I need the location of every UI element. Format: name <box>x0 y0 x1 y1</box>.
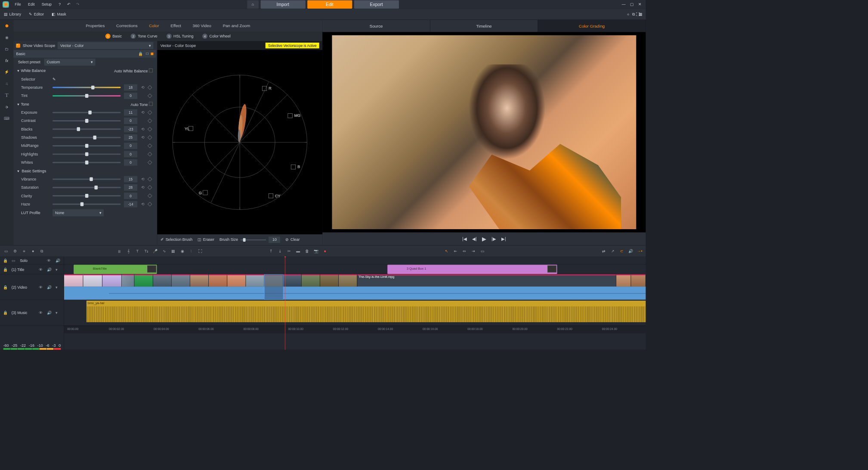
go-start-icon[interactable]: |◀ <box>462 236 467 241</box>
tab-editor[interactable]: ✎Editor <box>29 12 44 16</box>
text-icon[interactable]: T <box>3 92 10 99</box>
subtab-basic[interactable]: 1Basic <box>105 34 122 39</box>
magnet-icon[interactable]: ⊂ <box>619 248 624 254</box>
playhead[interactable] <box>285 256 285 350</box>
swap-icon[interactable]: ⇄ <box>601 248 606 254</box>
pin-icon[interactable]: ⟐ <box>627 12 629 16</box>
whites-value[interactable]: 0 <box>124 159 137 166</box>
link-icon[interactable]: ⌇ <box>188 248 194 254</box>
speaker-icon[interactable]: 🔊 <box>47 285 52 289</box>
mic-icon[interactable]: 🎤 <box>152 248 158 254</box>
menu-edit[interactable]: Edit <box>25 1 38 8</box>
reset-icon[interactable]: ⟲ <box>141 135 145 140</box>
record-icon[interactable]: ● <box>322 248 327 254</box>
shadows-slider[interactable] <box>53 137 120 138</box>
haze-value[interactable]: -14 <box>124 201 137 207</box>
keyframe-icon[interactable] <box>148 135 152 140</box>
title-clip-2[interactable]: 3 Quad Box 1 <box>387 265 557 274</box>
clarity-slider[interactable] <box>53 195 120 196</box>
maximize-icon[interactable]: ▢ <box>630 2 633 6</box>
razor-icon[interactable]: ✂ <box>286 248 292 254</box>
video-clip[interactable] <box>209 274 227 286</box>
clip-icon[interactable]: ▬ <box>295 248 301 254</box>
chevron-down-icon[interactable]: ▾ <box>56 285 61 289</box>
brush-size-value[interactable]: 10 <box>269 237 281 243</box>
exposure-value[interactable]: 11 <box>124 109 137 116</box>
brush-size-slider[interactable] <box>241 239 266 240</box>
home-button[interactable]: ⌂ <box>247 0 259 9</box>
marker-in-icon[interactable]: ⤒ <box>268 248 274 254</box>
subtab-tonecurve[interactable]: 2Tone Curve <box>131 34 158 39</box>
reset-icon[interactable]: ⟲ <box>141 177 145 181</box>
chevron-down-icon[interactable]: ▾ <box>56 267 61 271</box>
vibrance-slider[interactable] <box>53 178 120 180</box>
video-clip[interactable] <box>102 274 122 286</box>
highlights-value[interactable]: 0 <box>124 151 137 157</box>
tint-value[interactable]: 0 <box>124 93 137 99</box>
fx-icon[interactable]: fx <box>3 57 10 64</box>
speaker-icon[interactable]: 🔊 <box>628 248 633 254</box>
reset-icon[interactable]: ⟲ <box>141 127 145 131</box>
chevron-down-icon[interactable]: ▾ <box>56 311 61 315</box>
lock-icon[interactable]: 🔒 <box>138 52 143 56</box>
video-clip[interactable] <box>122 274 135 286</box>
reset-icon[interactable]: ⟲ <box>141 202 145 206</box>
subtab-colorwheel[interactable]: 4Color Wheel <box>202 34 230 39</box>
select-rect-icon[interactable]: ▭ <box>479 248 485 254</box>
eye-icon[interactable]: 👁 <box>39 267 44 271</box>
redo-icon[interactable]: ↷ <box>74 1 81 8</box>
collapse-icon[interactable]: ▼ <box>17 103 20 106</box>
eye-icon[interactable]: 👁 <box>39 285 44 289</box>
highlights-slider[interactable] <box>53 153 120 155</box>
video-clip[interactable] <box>283 274 302 286</box>
keyframe-icon[interactable] <box>148 177 152 182</box>
tab-corrections[interactable]: Corrections <box>116 23 137 28</box>
vibrance-value[interactable]: 15 <box>124 176 137 182</box>
shadows-value[interactable]: 25 <box>124 134 137 141</box>
keyframe-icon[interactable] <box>148 193 152 198</box>
disc-icon[interactable]: ◉ <box>3 34 10 41</box>
circle-icon[interactable]: ● <box>30 248 36 254</box>
midrange-value[interactable]: 0 <box>124 143 137 149</box>
menu-setup[interactable]: Setup <box>38 1 55 8</box>
title-t2-icon[interactable]: T₂ <box>143 248 149 254</box>
blacks-slider[interactable] <box>53 128 120 130</box>
video-clip[interactable] <box>172 274 190 286</box>
show-scope-checkbox[interactable] <box>16 44 20 48</box>
video-clip[interactable] <box>302 274 320 286</box>
undo-icon[interactable]: ↶ <box>65 1 72 8</box>
midrange-slider[interactable] <box>53 145 120 146</box>
keyframe-icon[interactable] <box>148 185 152 190</box>
track-content[interactable]: BlankTitle 3 Quad Box 1 <box>64 256 646 350</box>
bracket-mid-icon[interactable]: ⇔ <box>461 248 467 254</box>
preset-dropdown[interactable]: Custom▾ <box>44 59 96 65</box>
keyframe-icon[interactable] <box>148 152 152 157</box>
display-icon[interactable]: ▭ <box>3 248 9 254</box>
video-clip[interactable] <box>246 274 264 286</box>
video-clip[interactable] <box>320 274 339 286</box>
minimize-icon[interactable]: — <box>622 2 626 6</box>
bin-icon[interactable]: ⬢ <box>3 22 10 29</box>
eye-icon[interactable]: 👁 <box>47 258 52 262</box>
speaker-icon[interactable]: 🔊 <box>56 258 61 262</box>
treble-icon[interactable]: 𝄞 <box>126 248 131 254</box>
video-clip[interactable] <box>227 274 246 286</box>
keyboard-icon[interactable]: ⌨ <box>3 115 10 121</box>
keyframe-icon[interactable] <box>148 160 152 165</box>
screenshot-icon[interactable]: ⛶ <box>197 248 203 254</box>
video-clip[interactable] <box>616 274 631 286</box>
baseline-icon[interactable]: ≡ <box>21 248 27 254</box>
tab-mask[interactable]: ◧Mask <box>52 12 66 16</box>
tint-slider[interactable] <box>53 95 120 96</box>
saturation-value[interactable]: 28 <box>124 184 137 191</box>
lock-icon[interactable]: 🔒 <box>3 311 8 315</box>
camera-icon[interactable]: 📷 <box>313 248 319 254</box>
close-icon[interactable]: ✕ <box>638 2 641 6</box>
copy-icon[interactable]: ⧉ <box>39 248 45 254</box>
haze-slider[interactable] <box>53 203 120 205</box>
blacks-value[interactable]: -23 <box>124 126 137 132</box>
eyedropper-icon[interactable]: ✎ <box>53 77 56 81</box>
selected-clip-indicator[interactable] <box>264 274 284 300</box>
eye-icon[interactable]: 👁 <box>39 311 44 315</box>
tab-panzoom[interactable]: Pan and Zoom <box>223 23 250 28</box>
